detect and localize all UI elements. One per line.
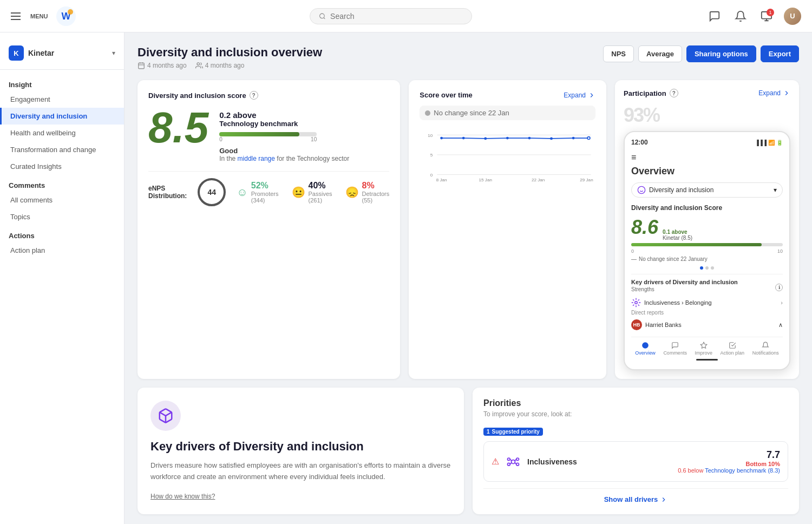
average-button[interactable]: Average: [638, 45, 682, 62]
main-content: Diversity and inclusion overview 4 month…: [125, 32, 812, 524]
menu-label: MENU: [30, 13, 48, 19]
detractor-icon: 😞: [345, 186, 359, 199]
nav-comments-icon: [671, 342, 679, 349]
phone-harriet-item[interactable]: HB Harriet Banks ∧: [631, 317, 783, 332]
promoters-label: Promoters (344): [251, 191, 279, 204]
priority-score-value: 7.7: [678, 449, 780, 461]
show-all-arrow-icon: [660, 496, 667, 503]
score-over-time-card: Score over time Expand No change since 2…: [409, 80, 606, 379]
enps-label: eNPS Distribution:: [148, 185, 187, 200]
search-bar[interactable]: [310, 8, 472, 24]
show-all-drivers-button[interactable]: Show all drivers: [483, 488, 788, 503]
svg-point-31: [635, 302, 638, 304]
phone-score-bar: [631, 243, 783, 246]
sidebar-item-transformation[interactable]: Transformation and change: [0, 141, 124, 158]
inbox-icon-button[interactable]: 1: [758, 8, 775, 25]
phone-bar-labels: 010: [631, 248, 783, 254]
phone-key-drivers-section: Key drivers of Diversity and inclusion S…: [631, 274, 783, 332]
passives-pct: 40%: [309, 181, 332, 191]
key-drivers-icon-circle: [150, 401, 181, 431]
page-header: Diversity and inclusion overview 4 month…: [137, 45, 799, 69]
score-info: 0.2 above Technology benchmark 0 10: [219, 106, 349, 162]
user-avatar[interactable]: U: [784, 8, 801, 25]
svg-marker-33: [700, 342, 707, 348]
sot-card-header: Score over time Expand: [420, 91, 595, 99]
score-card: Diversity and inclusion score ? 8.5 0.2 …: [137, 80, 400, 379]
dot-1[interactable]: [700, 266, 703, 270]
sharing-options-button[interactable]: Sharing options: [686, 45, 756, 62]
svg-point-32: [642, 342, 649, 349]
phone-nav-comments[interactable]: Comments: [663, 342, 687, 356]
priority-item-inclusiveness[interactable]: ⚠ Inclusiveness 7.7: [483, 441, 788, 482]
chat-icon-button[interactable]: [706, 8, 723, 25]
org-name: Kinetar: [28, 49, 108, 57]
sidebar-item-diversity[interactable]: Diversity and inclusion: [0, 108, 124, 125]
benchmark-name: Technology benchmark: [219, 120, 349, 128]
svg-line-41: [514, 459, 516, 461]
phone-home-indicator: [696, 359, 718, 361]
phone-nav-notifications[interactable]: Notifications: [752, 342, 779, 356]
org-selector[interactable]: K Kinetar ▾: [0, 41, 124, 70]
sidebar-item-all-comments[interactable]: All comments: [0, 192, 124, 208]
search-input[interactable]: [330, 12, 463, 21]
meta-surveyed: 4 months ago: [195, 62, 245, 69]
phone-above-sub: Kinetar (8.5): [663, 235, 692, 241]
svg-point-20: [528, 137, 531, 140]
above-benchmark-text: 0.2 above: [219, 110, 349, 120]
bell-icon-button[interactable]: [732, 8, 749, 25]
sidebar-item-curated[interactable]: Curated Insights: [0, 158, 124, 175]
participation-expand-link[interactable]: Expand: [758, 89, 790, 97]
detractors-label: Detractors (55): [362, 191, 390, 204]
priority-name: Inclusiveness: [527, 457, 671, 466]
phone-nav-action-plan[interactable]: Action plan: [721, 342, 745, 356]
svg-point-38: [508, 463, 510, 466]
phone-category-dropdown[interactable]: Diversity and inclusion ▾: [631, 182, 783, 198]
meta-updated: 4 months ago: [137, 62, 187, 69]
nps-button[interactable]: NPS: [603, 45, 634, 62]
svg-text:22 Jan: 22 Jan: [532, 178, 545, 182]
sidebar-item-health[interactable]: Health and wellbeing: [0, 125, 124, 141]
nav-improve-icon: [700, 342, 708, 349]
app-logo[interactable]: W: [56, 6, 76, 26]
enps-stats: ☺ 52% Promoters (344) 😐 40% Passives (26…: [237, 181, 389, 204]
nav-icon-group: 1 U: [706, 8, 801, 25]
participation-number-clipped: 93%: [624, 104, 790, 127]
svg-point-39: [516, 463, 519, 466]
bottom-row: Key drivers of Diversity and inclusion D…: [137, 388, 799, 514]
suggested-priority-badge: 1 Suggested priority: [483, 428, 543, 436]
phone-overview-title: Overview: [631, 166, 783, 177]
sidebar-item-topics[interactable]: Topics: [0, 208, 124, 225]
svg-text:10: 10: [428, 133, 434, 138]
svg-point-21: [550, 137, 553, 140]
chevron-down-icon: ▾: [112, 49, 115, 57]
how-we-know-link[interactable]: How do we know this?: [150, 493, 215, 500]
score-display: 8.5 0.2 above Technology benchmark 0: [148, 106, 389, 162]
cube-icon: [158, 408, 174, 424]
phone-score-value: 8.6: [631, 216, 658, 239]
sot-expand-link[interactable]: Expand: [564, 91, 595, 99]
dot-3[interactable]: [711, 266, 714, 270]
svg-point-23: [587, 137, 590, 140]
app-layout: K Kinetar ▾ Insight Engagement Diversity…: [0, 0, 812, 524]
sidebar-item-action-plan[interactable]: Action plan: [0, 242, 124, 259]
no-change-dot: [425, 110, 430, 116]
score-sublabel: In the middle range for the Technology s…: [219, 155, 349, 162]
svg-line-40: [510, 459, 512, 461]
score-info-icon[interactable]: ?: [250, 91, 258, 100]
phone-nav-overview[interactable]: Overview: [635, 342, 656, 356]
nav-overview-icon: [641, 342, 649, 349]
notification-badge: 1: [767, 9, 774, 16]
svg-point-28: [638, 186, 645, 193]
phone-driver-item[interactable]: Inclusiveness › Belonging ›: [631, 296, 783, 310]
phone-nav-improve[interactable]: Improve: [695, 342, 712, 356]
dot-2[interactable]: [705, 266, 709, 270]
participation-info-icon[interactable]: ?: [670, 89, 678, 97]
menu-button[interactable]: MENU: [11, 12, 48, 20]
export-button[interactable]: Export: [761, 45, 799, 62]
sidebar-item-engagement[interactable]: Engagement: [0, 91, 124, 108]
middle-range-link[interactable]: middle range: [238, 155, 275, 162]
svg-point-16: [440, 137, 443, 140]
phone-kd-info-icon[interactable]: ℹ: [775, 284, 783, 291]
phone-score-row: 8.6 0.1 above Kinetar (8.5): [631, 216, 783, 241]
phone-time: 12:00: [631, 139, 648, 146]
